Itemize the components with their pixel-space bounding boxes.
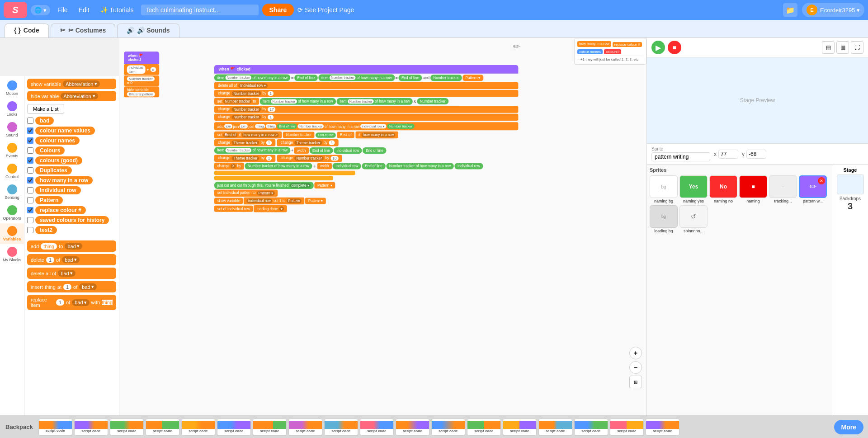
variable-pill-test2: test2 [35,226,57,234]
category-sound[interactable]: Sound [0,119,24,140]
more-button[interactable]: More [834,420,863,434]
backpack-item[interactable]: script code [324,419,358,436]
sprite-tile-loading-bg[interactable]: bg loading bg [650,205,678,233]
backpack-item[interactable]: script code [146,419,179,436]
category-motion[interactable]: Motion [0,78,24,99]
show-variable-dropdown[interactable]: Abbreviation ▾ [63,80,100,87]
sprite-tile-spinnnnn[interactable]: ↺ spinnnnn... [679,205,708,233]
language-button[interactable]: 🌐 ▾ [31,5,50,15]
insert-index-input[interactable]: 1 [63,284,71,290]
file-menu[interactable]: File [54,5,71,15]
user-menu[interactable]: E Ecordeir3295 ▾ [802,3,864,17]
delete-all-list-dropdown[interactable]: bad ▾ [58,270,75,277]
variable-checkbox-test2[interactable] [27,227,33,233]
sprite-tile-pattern-writing[interactable]: ✕ ✏ pattern w... [799,175,827,203]
hide-variable-block: hide variable Abbreviation ▾ [27,91,116,101]
show-variable-block: show variable Abbreviation ▾ [27,79,116,89]
add-thing-input[interactable]: thing [41,243,57,250]
replace-list-dropdown[interactable]: bad ▾ [72,299,89,306]
variable-checkbox-saved-colours[interactable] [27,217,33,223]
stage-thumbnail[interactable] [837,174,864,194]
tutorials-button[interactable]: ✨ Tutorials [97,5,137,15]
replace-thing-input[interactable]: thing [102,300,113,305]
hide-variable-dropdown[interactable]: Abbreviation ▾ [61,93,98,99]
sprite-name-input[interactable] [651,152,710,161]
variable-pill-saved-colours: saved colours for history [35,216,109,224]
folder-icon-button[interactable]: 📁 [783,3,797,17]
see-project-button[interactable]: ⟳ See Project Page [297,6,354,14]
variable-checkbox-how-many[interactable] [27,177,33,184]
tab-sounds[interactable]: 🔊 🔊 Sounds [117,24,179,38]
backpack-item[interactable]: script code [610,419,644,436]
sprite-tile-naming[interactable]: ■ naming [739,175,767,203]
variable-checkbox-replace-colour[interactable] [27,207,33,213]
sprite-tile-naming-bg[interactable]: bg naming bg [650,175,678,203]
edit-menu[interactable]: Edit [75,5,93,15]
category-control[interactable]: Control [0,161,24,182]
y-coord-input[interactable] [746,150,766,159]
backpack-item[interactable]: script code [38,419,72,436]
category-sensing[interactable]: Sensing [0,182,24,203]
category-my-blocks[interactable]: My Blocks [0,244,24,265]
variable-checkbox-individual-row[interactable] [27,187,33,193]
categories-panel: Motion Looks Sound Events Control Sensin… [0,76,24,438]
pencil-icon[interactable]: ✏ [513,42,520,52]
delete-index-input[interactable]: 1 [46,257,54,263]
backpack-item[interactable]: script code [360,419,394,436]
variable-checkbox-colour-names[interactable] [27,137,33,144]
stage-medium-button[interactable]: ▥ [836,41,849,54]
green-flag-button[interactable]: ▶ [651,41,665,54]
category-operators[interactable]: Operators [0,203,24,223]
category-looks[interactable]: Looks [0,99,24,119]
add-to-list-block: add thing to bad ▾ [27,240,116,252]
tab-costumes[interactable]: ✂ ✂ Costumes [51,24,116,38]
sprites-list: Sprites bg naming bg Yes naming yes No [647,165,832,415]
backpack-item[interactable]: script code [467,419,501,436]
add-list-dropdown[interactable]: bad ▾ [65,243,82,250]
backpack-item[interactable]: script code [646,419,679,436]
make-list-button[interactable]: Make a List [27,104,64,114]
variable-checkbox-duplicates[interactable] [27,167,33,174]
replace-index-input[interactable]: 1 [56,299,64,306]
zoom-fit-button[interactable]: ⊞ [629,376,642,388]
zoom-out-button[interactable]: − [629,361,642,374]
backpack-item[interactable]: script code [396,419,429,436]
backpack-item[interactable]: script code [574,419,608,436]
variable-pill-colour-names: colour names [35,137,80,145]
x-coord-input[interactable] [718,150,738,159]
zoom-in-button[interactable]: + [629,347,642,359]
variable-checkbox-colours[interactable] [27,147,33,154]
category-variables[interactable]: Variables [0,223,24,244]
sprite-tile-tracking[interactable]: ··· tracking... [769,175,797,203]
backpack-item[interactable]: script code [538,419,572,436]
tab-code[interactable]: { } Code [5,24,49,38]
backpack-item[interactable]: script code [74,419,108,436]
fullscreen-button[interactable]: ⛶ [851,41,863,54]
backpack-item[interactable]: script code [288,419,322,436]
stage-small-button[interactable]: ▤ [822,41,835,54]
backpack-item[interactable]: script code [431,419,465,436]
stage-preview: Stage Preview [647,57,868,143]
variable-checkbox-colours-good[interactable] [27,157,33,164]
variable-checkbox-pattern[interactable] [27,197,33,203]
variable-checkbox-bad[interactable] [27,118,33,124]
backpack-item[interactable]: script code [181,419,215,436]
share-button[interactable]: Share [262,4,294,16]
category-events[interactable]: Events [0,140,24,161]
sprite-delete-button[interactable]: ✕ [818,177,825,184]
sprites-header: Sprites [650,167,829,173]
sprite-tile-naming-yes[interactable]: Yes naming yes [679,175,708,203]
backpack-item[interactable]: script code [110,419,144,436]
backpack-item[interactable]: script code [217,419,251,436]
scratch-logo[interactable]: S [4,2,27,18]
delete-list-dropdown[interactable]: bad ▾ [62,256,79,263]
navbar-right: 📁 E Ecordeir3295 ▾ [783,3,864,17]
variable-checkbox-colour-name-values[interactable] [27,127,33,134]
insert-thing-input[interactable]: thing [45,284,56,290]
backpack-item[interactable]: script code [253,419,287,436]
insert-list-dropdown[interactable]: bad ▾ [79,283,96,290]
project-name-input[interactable] [141,5,259,15]
sprite-tile-naming-no[interactable]: No naming no [709,175,737,203]
stop-button[interactable]: ■ [668,41,681,54]
backpack-item[interactable]: script code [503,419,537,436]
